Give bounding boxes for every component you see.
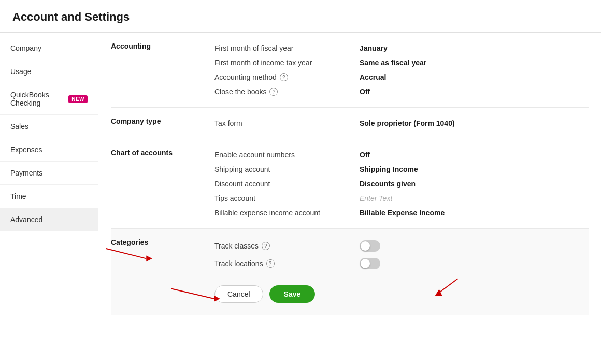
section-rows-accounting: First month of fiscal yearJanuaryFirst m… (214, 41, 589, 99)
cancel-button[interactable]: Cancel (214, 285, 263, 303)
page-title: Account and Settings (0, 0, 601, 33)
row-track-classes: Track classes? (214, 237, 589, 255)
buttons-section: Cancel Save (111, 281, 589, 315)
row-value-discount-account: Discounts given (360, 180, 589, 188)
row-discount-account: Discount accountDiscounts given (214, 177, 589, 191)
sidebar: CompanyUsageQuickBooks CheckingNEWSalesE… (0, 33, 98, 364)
row-close-books: Close the books?Off (214, 84, 589, 99)
row-value-account-numbers: Off (360, 151, 589, 159)
action-buttons: Cancel Save (214, 281, 589, 307)
row-label-accounting-method: Accounting method? (214, 73, 360, 81)
row-value-tax-form: Sole proprietor (Form 1040) (360, 119, 589, 127)
section-rows-company-type: Tax formSole proprietor (Form 1040) (214, 116, 589, 130)
row-fiscal-year: First month of fiscal yearJanuary (214, 41, 589, 55)
row-label-text: Tax form (214, 119, 242, 127)
help-icon[interactable]: ? (280, 73, 288, 81)
sidebar-item-label: Usage (10, 67, 31, 76)
toggle-track-classes[interactable] (360, 240, 380, 252)
row-label-tips-account: Tips account (214, 194, 360, 202)
row-label-tax-form: Tax form (214, 119, 360, 127)
row-label-text: Tips account (214, 194, 255, 202)
buttons-spacer (111, 281, 214, 307)
buttons-row-container: Cancel Save (214, 281, 589, 307)
row-value-close-books: Off (360, 88, 589, 96)
row-label-text: Track classes (214, 242, 259, 250)
row-accounting-method: Accounting method?Accrual (214, 70, 589, 84)
row-label-text: Enable account numbers (214, 151, 295, 159)
sidebar-item-time[interactable]: Time (0, 185, 98, 208)
row-label-shipping-account: Shipping account (214, 165, 360, 173)
row-label-fiscal-year: First month of fiscal year (214, 44, 360, 52)
row-account-numbers: Enable account numbersOff (214, 148, 589, 162)
row-tips-account: Tips accountEnter Text (214, 191, 589, 206)
row-value-accounting-method: Accrual (360, 73, 589, 81)
sidebar-item-label: QuickBooks Checking (10, 91, 64, 107)
sidebar-item-company[interactable]: Company (0, 37, 98, 60)
row-label-track-classes: Track classes? (214, 242, 360, 250)
row-label-text: First month of income tax year (214, 59, 312, 67)
row-label-discount-account: Discount account (214, 180, 360, 188)
toggle-track-locations[interactable] (360, 258, 380, 269)
row-value-tax-year: Same as fiscal year (360, 59, 589, 67)
row-label-text: Accounting method (214, 73, 277, 81)
content-area: CompanyUsageQuickBooks CheckingNEWSalesE… (0, 33, 601, 364)
section-rows-chart-of-accounts: Enable account numbersOffShipping accoun… (214, 148, 589, 220)
page-wrapper: Account and Settings CompanyUsageQuickBo… (0, 0, 601, 364)
sidebar-item-advanced[interactable]: Advanced (0, 208, 98, 231)
section-chart-of-accounts: Chart of accounts Enable account numbers… (111, 139, 589, 229)
sidebar-item-payments[interactable]: Payments (0, 162, 98, 185)
row-tax-form: Tax formSole proprietor (Form 1040) (214, 116, 589, 130)
row-label-account-numbers: Enable account numbers (214, 151, 360, 159)
row-value-fiscal-year: January (360, 44, 589, 52)
sidebar-item-expenses[interactable]: Expenses (0, 138, 98, 162)
row-label-text: Shipping account (214, 165, 270, 173)
new-badge: NEW (68, 95, 88, 103)
row-value-billable-expense: Billable Expense Income (360, 209, 589, 217)
row-shipping-account: Shipping accountShipping Income (214, 162, 589, 177)
section-label-company-type: Company type (111, 116, 214, 130)
row-label-text: Billable expense income account (214, 209, 320, 217)
save-button[interactable]: Save (269, 285, 316, 303)
help-icon[interactable]: ? (269, 88, 278, 96)
row-label-text: Close the books (214, 88, 266, 96)
sidebar-item-label: Advanced (10, 215, 42, 224)
help-icon[interactable]: ? (262, 242, 270, 250)
row-tax-year: First month of income tax yearSame as fi… (214, 55, 589, 70)
sidebar-item-sales[interactable]: Sales (0, 115, 98, 138)
row-label-tax-year: First month of income tax year (214, 59, 360, 67)
main-wrapper: Accounting First month of fiscal yearJan… (98, 33, 601, 364)
sidebar-item-quickbooks-checking[interactable]: QuickBooks CheckingNEW (0, 83, 98, 115)
sidebar-item-usage[interactable]: Usage (0, 60, 98, 83)
sidebar-item-label: Time (10, 192, 26, 200)
row-label-text: Discount account (214, 180, 270, 188)
section-rows-categories: Track classes?Track locations? (214, 237, 589, 272)
sidebar-item-label: Sales (10, 122, 28, 130)
section-company-type: Company type Tax formSole proprietor (Fo… (111, 108, 589, 139)
row-value-shipping-account: Shipping Income (360, 165, 589, 173)
row-label-text: Track locations (214, 259, 263, 268)
row-track-locations: Track locations? (214, 255, 589, 272)
row-label-billable-expense: Billable expense income account (214, 209, 360, 217)
sidebar-item-label: Payments (10, 169, 42, 177)
section-accounting: Accounting First month of fiscal yearJan… (111, 33, 589, 108)
row-value-tips-account: Enter Text (360, 194, 589, 202)
section-label-categories: Categories (111, 237, 214, 272)
row-billable-expense: Billable expense income accountBillable … (214, 206, 589, 220)
row-label-close-books: Close the books? (214, 88, 360, 96)
section-label-accounting: Accounting (111, 41, 214, 99)
section-label-chart-of-accounts: Chart of accounts (111, 148, 214, 220)
sidebar-item-label: Company (10, 44, 41, 52)
sidebar-item-label: Expenses (10, 145, 42, 154)
main-content: Accounting First month of fiscal yearJan… (98, 33, 601, 364)
section-categories: Categories Track classes?Track locations… (111, 229, 589, 281)
help-icon[interactable]: ? (266, 259, 275, 268)
row-label-track-locations: Track locations? (214, 259, 360, 268)
row-label-text: First month of fiscal year (214, 44, 294, 52)
